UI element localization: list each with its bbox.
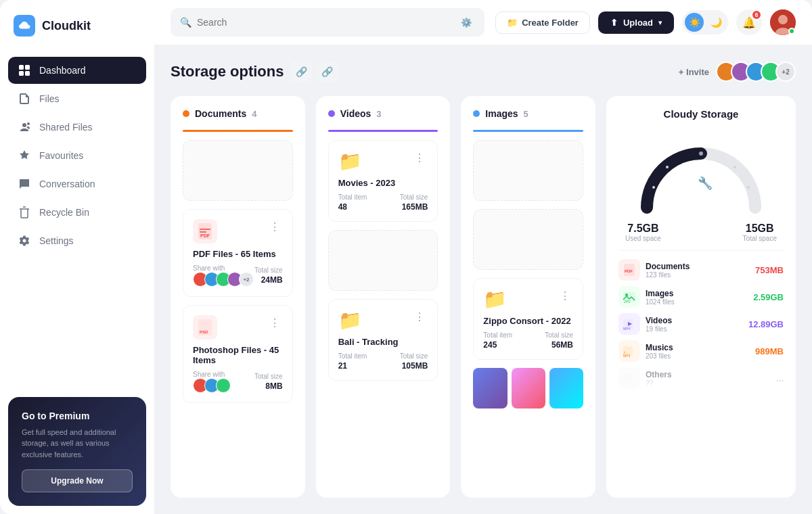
svg-rect-30 xyxy=(623,373,633,383)
logo-text: Cloudkit xyxy=(42,19,91,33)
sidebar-label-conversation: Conversation xyxy=(39,179,95,189)
sidebar-nav: Dashboard Files Shared Files Favourites xyxy=(0,51,154,389)
storage-vid-icon: MP4 xyxy=(618,313,640,335)
zippo-item-label: Total item xyxy=(483,331,512,339)
vid-storage-files: 19 files xyxy=(646,325,672,333)
create-folder-label: Create Folder xyxy=(522,18,579,28)
svg-point-14 xyxy=(734,166,736,168)
main-content: 🔍 ⚙️ 📁 Create Folder ⬆ Upload ▾ ☀️ 🌙 xyxy=(154,0,812,514)
content-header: Storage options 🔗 🔗 + Invite +2 xyxy=(171,61,796,83)
videos-card: Videos 3 📁 ⋮ Movies - 2023 Total xyxy=(316,96,451,498)
dashboard-icon xyxy=(18,64,31,77)
bali-size-label: Total size xyxy=(400,352,428,360)
videos-dot xyxy=(328,110,335,117)
notification-button[interactable]: 🔔 6 xyxy=(736,9,762,35)
zippo-size-label: Total size xyxy=(545,331,573,339)
upload-button[interactable]: ⬆ Upload ▾ xyxy=(598,11,674,34)
cards-grid: Documents 4 PDF xyxy=(171,96,796,498)
upload-icon: ⬆ xyxy=(610,18,618,28)
svg-text:MP3: MP3 xyxy=(623,354,631,358)
pdf-more-button[interactable]: ⋮ xyxy=(267,219,283,235)
folder-plus-icon: 📁 xyxy=(507,18,518,28)
pdf-icon: PDF xyxy=(193,219,217,243)
invite-button[interactable]: + Invite xyxy=(679,67,709,77)
sidebar-item-dashboard[interactable]: Dashboard xyxy=(8,57,146,84)
storage-item-musics: ♪MP3 Musics 203 files 989MB xyxy=(618,340,784,362)
images-title: Images xyxy=(485,108,518,119)
logo: Cloudkit xyxy=(0,0,154,51)
storage-other-icon xyxy=(618,367,640,389)
svg-point-5 xyxy=(27,122,30,125)
used-space-label: Used space xyxy=(625,235,661,242)
images-empty-2 xyxy=(473,209,583,270)
collaborator-avatar-more: +2 xyxy=(775,62,796,82)
videos-title: Videos xyxy=(340,108,371,119)
doc-storage-size: 753MB xyxy=(755,265,784,275)
svg-point-7 xyxy=(778,15,788,24)
content-area: Storage options 🔗 🔗 + Invite +2 xyxy=(154,45,812,514)
movies-more-button[interactable]: ⋮ xyxy=(411,150,428,166)
psd-share-avatar-3 xyxy=(216,378,231,393)
documents-dot xyxy=(183,110,189,117)
images-dot xyxy=(473,110,480,117)
sidebar-item-conversation[interactable]: Conversation xyxy=(8,170,146,197)
gauge-labels: 7.5GB Used space 15GB Total space xyxy=(618,223,784,242)
cloudy-storage-card: Cloudy Storage xyxy=(606,96,796,498)
logo-icon xyxy=(14,15,35,37)
notification-badge: 6 xyxy=(751,9,762,20)
movies-folder-icon: 📁 xyxy=(338,150,362,172)
sidebar-item-settings[interactable]: Settings xyxy=(8,227,146,254)
movies-item-label: Total item xyxy=(338,193,367,201)
search-input[interactable] xyxy=(197,17,453,28)
storage-items-list: PDF Documents 123 files 753MB xyxy=(618,259,784,389)
sidebar-label-settings: Settings xyxy=(39,235,74,246)
upload-label: Upload xyxy=(623,18,653,28)
sidebar-item-files[interactable]: Files xyxy=(8,85,146,112)
sidebar-label-dashboard: Dashboard xyxy=(39,65,86,76)
bali-more-button[interactable]: ⋮ xyxy=(411,309,428,325)
dark-mode-button[interactable]: 🌙 xyxy=(706,13,725,32)
search-box: 🔍 ⚙️ xyxy=(171,8,484,37)
sidebar-item-favourites[interactable]: Favourites xyxy=(8,142,146,169)
premium-title: Go to Premium xyxy=(22,411,133,421)
documents-card: Documents 4 PDF xyxy=(171,96,305,498)
settings-icon xyxy=(18,234,31,248)
used-space-value: 7.5GB xyxy=(625,223,661,235)
img-storage-name: Images xyxy=(646,289,675,298)
other-storage-size: ... xyxy=(776,373,784,383)
svg-text:🔧: 🔧 xyxy=(698,176,713,191)
pdf-files-name: PDF Files - 65 Items xyxy=(193,249,283,259)
sidebar-item-shared-files[interactable]: Shared Files xyxy=(8,114,146,141)
pdf-share-avatars: +2 xyxy=(193,272,254,287)
music-storage-name: Musics xyxy=(646,343,673,352)
img-storage-files: 1024 files xyxy=(646,298,675,306)
psd-more-button[interactable]: ⋮ xyxy=(267,315,283,331)
psd-share-avatars xyxy=(193,378,231,393)
svg-rect-0 xyxy=(19,65,24,70)
movies-name: Movies - 2023 xyxy=(338,178,428,188)
sidebar-item-recycle-bin[interactable]: Recycle Bin xyxy=(8,199,146,226)
videos-empty-item xyxy=(328,230,438,291)
link-button[interactable]: 🔗 xyxy=(316,61,338,83)
documents-empty-item xyxy=(183,140,293,201)
cloudy-storage-title: Cloudy Storage xyxy=(618,108,784,120)
files-icon xyxy=(18,92,31,106)
light-mode-button[interactable]: ☀️ xyxy=(685,13,704,32)
pdf-size-label: Total size xyxy=(254,266,283,274)
other-storage-name: Others xyxy=(646,370,672,379)
sidebar-label-recycle-bin: Recycle Bin xyxy=(39,207,89,218)
invite-section: + Invite +2 xyxy=(679,62,796,82)
favourites-icon xyxy=(18,149,31,162)
create-folder-button[interactable]: 📁 Create Folder xyxy=(495,11,590,34)
search-icon: 🔍 xyxy=(180,17,191,28)
images-divider xyxy=(473,130,583,132)
storage-item-videos: MP4 Videos 19 files 12.89GB xyxy=(618,313,784,335)
edit-title-button[interactable]: 🔗 xyxy=(290,61,312,83)
storage-item-others: Others ?? ... xyxy=(618,367,784,389)
filter-button[interactable]: ⚙️ xyxy=(458,15,475,30)
zippo-consort-item: 📁 ⋮ Zippo Consort - 2022 Total item 245 … xyxy=(473,278,583,360)
zippo-more-button[interactable]: ⋮ xyxy=(557,288,573,304)
svg-text:PDF: PDF xyxy=(625,269,633,273)
bali-name: Bali - Tracking xyxy=(338,337,428,347)
upgrade-button[interactable]: Upgrade Now xyxy=(22,469,133,492)
